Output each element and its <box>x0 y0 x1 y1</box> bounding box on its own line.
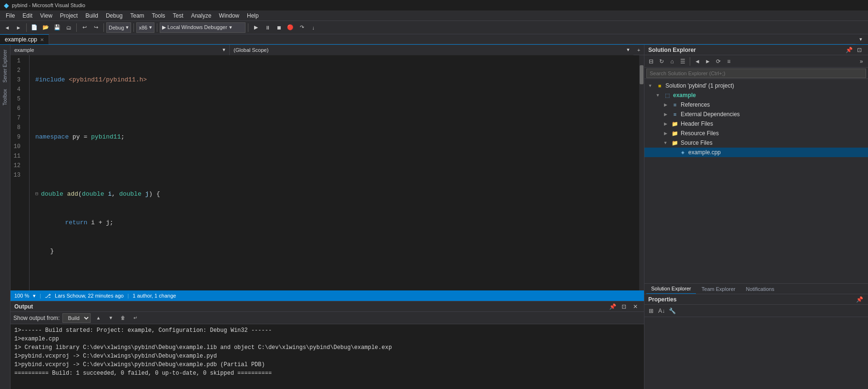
output-close-btn[interactable]: ✕ <box>631 302 640 311</box>
output-pin-btn[interactable]: 📌 <box>608 302 617 311</box>
tree-solution[interactable]: ▼ ■ Solution 'pybind' (1 project) <box>644 81 868 90</box>
properties-header: Properties 📌 <box>644 294 868 305</box>
se-pin-btn[interactable]: 📌 <box>844 45 854 55</box>
tree-resource-files[interactable]: ▶ 📁 Resource Files <box>644 129 868 138</box>
toolbar-forward[interactable]: ► <box>13 22 24 33</box>
tree-header-files[interactable]: ▶ 📁 Header Files <box>644 119 868 129</box>
line-num-6: 6 <box>10 104 24 113</box>
se-tb-properties[interactable]: ☰ <box>678 57 687 66</box>
tree-source-files[interactable]: ▼ 📁 Source Files <box>644 138 868 148</box>
output-toggle-wrap-btn[interactable]: ↵ <box>131 313 140 323</box>
zoom-arrow: ▾ <box>33 293 36 299</box>
se-undock-btn[interactable]: ⊡ <box>855 45 864 55</box>
se-tb-home[interactable]: ⌂ <box>667 57 677 66</box>
search-input[interactable] <box>646 69 866 78</box>
sidebar-strip-server-explorer[interactable]: Server Explorer <box>1 47 9 85</box>
line-num-10: 10 <box>10 142 24 151</box>
toolbar-debug-start[interactable]: ▶ <box>251 22 261 33</box>
menu-team[interactable]: Team <box>126 10 148 21</box>
menu-debug[interactable]: Debug <box>102 10 126 21</box>
properties-content <box>644 317 868 389</box>
menu-tools[interactable]: Tools <box>148 10 169 21</box>
editor-expand-btn[interactable]: + <box>633 45 644 55</box>
tab-dropdown-btn[interactable]: ▾ <box>856 34 866 44</box>
menu-view[interactable]: View <box>36 10 56 21</box>
props-tb-categories[interactable]: ⊞ <box>646 306 656 316</box>
code-line-3: namespace py = pybind11; <box>35 132 639 142</box>
se-tb-close[interactable]: » <box>857 57 866 66</box>
output-undock-btn[interactable]: ⊡ <box>619 302 629 311</box>
config-dropdown[interactable]: Debug ▾ <box>106 22 131 33</box>
menu-window[interactable]: Window <box>215 10 243 21</box>
tab-label: example.cpp <box>5 36 37 43</box>
solution-arrow: ▼ <box>646 83 654 88</box>
code-content[interactable]: #include <pybind11/pybind11.h> namespace… <box>30 55 639 290</box>
tree-example-cpp[interactable]: ◈ example.cpp <box>644 148 868 157</box>
output-next-btn[interactable]: ▼ <box>106 313 115 323</box>
se-tb-sep <box>690 57 690 66</box>
output-clear-btn[interactable]: 🗑 <box>118 313 128 323</box>
menu-build[interactable]: Build <box>82 10 102 21</box>
project-label: example <box>673 92 696 99</box>
menu-project[interactable]: Project <box>56 10 82 21</box>
tab-solution-explorer[interactable]: Solution Explorer <box>646 284 696 294</box>
external-deps-label: External Dependencies <box>681 111 740 118</box>
toolbar-new[interactable]: 📄 <box>29 22 40 33</box>
toolbar-open[interactable]: 📂 <box>41 22 51 33</box>
se-tb-filter[interactable]: ≡ <box>724 57 734 66</box>
app-icon: ◆ <box>4 1 9 9</box>
tab-notifications[interactable]: Notifications <box>741 284 779 294</box>
se-tb-forward[interactable]: ► <box>703 57 713 66</box>
main-split: Server Explorer Toolbox example ▾ (Globa… <box>0 45 868 389</box>
toolbar-step-into[interactable]: ↓ <box>308 22 318 33</box>
code-line-5: ⊟double add(double i, double j) { <box>35 190 639 199</box>
tab-close-icon[interactable]: ✕ <box>40 37 44 42</box>
toolbar-save-all[interactable]: 🗂 <box>63 22 74 33</box>
debugger-dropdown[interactable]: ▶ Local Windows Debugger ▾ <box>160 22 245 33</box>
editor-status: 100 % ▾ | ⎇ Lars Schouw, 22 minutes ago … <box>10 290 644 301</box>
toolbar-undo[interactable]: ↩ <box>79 22 90 33</box>
menu-analyze[interactable]: Analyze <box>187 10 215 21</box>
output-source-dropdown[interactable]: Build <box>62 313 91 323</box>
vertical-scrollbar[interactable] <box>639 55 644 290</box>
tree-project[interactable]: ▼ ⬚ example <box>644 90 868 100</box>
toolbar-sep-1 <box>26 23 27 32</box>
se-tb-sync[interactable]: ⟳ <box>714 57 723 66</box>
se-tb-refresh[interactable]: ↻ <box>657 57 666 66</box>
toolbar-step-over[interactable]: ↷ <box>296 22 307 33</box>
tab-team-explorer[interactable]: Team Explorer <box>697 284 740 294</box>
editor-file-dropdown[interactable]: example ▾ <box>10 45 230 55</box>
menu-help[interactable]: Help <box>243 10 263 21</box>
project-arrow: ▼ <box>654 93 662 98</box>
se-tb-collapse[interactable]: ⊟ <box>646 57 656 66</box>
source-files-icon: 📁 <box>671 139 679 147</box>
code-editor[interactable]: 1 2 3 4 5 6 7 8 9 10 11 12 13 <box>10 55 644 290</box>
toolbar-redo[interactable]: ↪ <box>91 22 101 33</box>
toolbar-back[interactable]: ◄ <box>2 22 12 33</box>
line-num-12: 12 <box>10 161 24 170</box>
scroll-thumb[interactable] <box>640 65 643 84</box>
editor-scope-dropdown[interactable]: (Global Scope) ▾ <box>230 45 633 55</box>
menu-edit[interactable]: Edit <box>19 10 36 21</box>
source-files-label: Source Files <box>681 140 713 146</box>
line-num-9: 9 <box>10 132 24 142</box>
props-tb-alpha[interactable]: A↓ <box>657 306 666 316</box>
app: ◆ pybind - Microsoft Visual Studio File … <box>0 0 868 389</box>
toolbar-debug-pause[interactable]: ⏸ <box>262 22 273 33</box>
tree-references[interactable]: ▶ ≡ References <box>644 100 868 110</box>
header-files-label: Header Files <box>681 120 713 127</box>
solution-explorer-panel: Solution Explorer 📌 ⊡ ⊟ ↻ ⌂ ☰ ◄ ► <box>644 45 868 294</box>
toolbar-breakpoint[interactable]: 🔴 <box>285 22 296 33</box>
props-tb-wrench[interactable]: 🔧 <box>667 306 677 316</box>
toolbar-save[interactable]: 💾 <box>52 22 62 33</box>
output-prev-btn[interactable]: ▲ <box>93 313 103 323</box>
tree-external-deps[interactable]: ▶ ≡ External Dependencies <box>644 110 868 119</box>
sidebar-strip-toolbox[interactable]: Toolbox <box>1 86 9 108</box>
tab-example-cpp[interactable]: example.cpp ✕ <box>0 34 49 44</box>
menu-test[interactable]: Test <box>169 10 187 21</box>
menu-file[interactable]: File <box>2 10 19 21</box>
toolbar-debug-stop[interactable]: ⏹ <box>274 22 284 33</box>
props-pin-btn[interactable]: 📌 <box>855 295 864 304</box>
se-tb-back[interactable]: ◄ <box>693 57 702 66</box>
platform-dropdown[interactable]: x86 ▾ <box>136 22 154 33</box>
